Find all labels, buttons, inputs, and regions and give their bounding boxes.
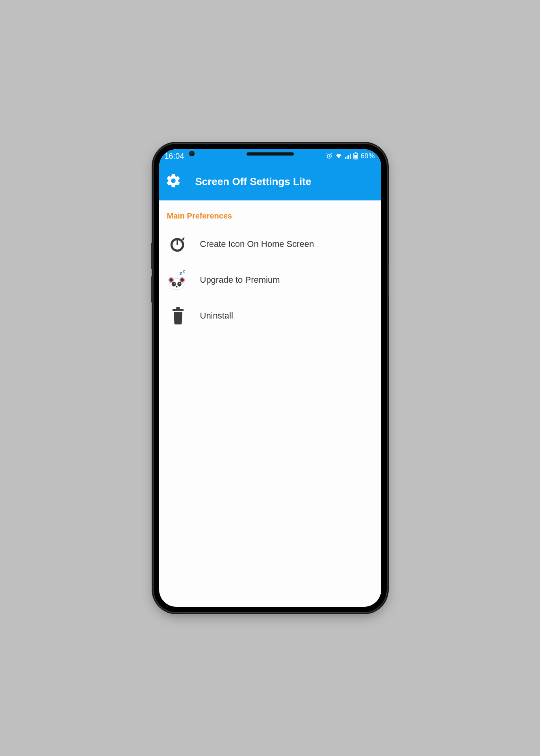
svg-rect-23 [176,307,180,309]
svg-point-20 [179,283,180,284]
item-uninstall[interactable]: Uninstall [159,299,381,332]
svg-rect-9 [176,239,178,245]
svg-rect-6 [355,152,356,153]
item-upgrade-premium[interactable]: z z [159,261,381,299]
sleeping-panda-icon: z z [167,269,189,291]
content-area: Main Preferences Create Icon On Home Scr… [159,200,381,607]
earpiece [247,152,294,156]
svg-rect-22 [172,309,183,311]
alarm-icon [326,152,333,159]
battery-percentage: 69% [360,152,375,160]
power-button [387,262,389,297]
svg-rect-4 [350,154,351,159]
battery-icon [353,152,358,159]
svg-text:z: z [179,270,182,276]
status-time: 16:04 [165,152,184,161]
svg-rect-7 [354,155,357,159]
signal-icon [345,153,351,159]
volume-up-button [151,242,154,270]
trash-icon [167,307,189,324]
svg-point-21 [175,286,177,288]
item-label: Uninstall [200,311,233,321]
wifi-icon [335,152,342,159]
section-title: Main Preferences [159,200,381,228]
volume-down-button [151,276,154,303]
item-label: Create Icon On Home Screen [200,239,314,249]
screenshot-stage: 16:04 [88,108,452,648]
power-shortcut-icon [167,235,189,253]
item-label: Upgrade to Premium [200,275,280,285]
front-camera [189,151,195,156]
svg-rect-3 [348,155,349,159]
app-title: Screen Off Settings Lite [195,176,312,188]
svg-point-16 [180,278,184,282]
svg-rect-1 [345,157,346,159]
status-icons: 69% [326,152,375,160]
svg-rect-2 [347,156,348,159]
svg-point-15 [169,278,173,282]
phone-screen: 16:04 [159,149,381,607]
svg-text:z: z [183,269,185,273]
item-create-icon[interactable]: Create Icon On Home Screen [159,228,381,261]
svg-point-19 [174,283,175,284]
gear-icon [165,173,181,190]
app-bar: Screen Off Settings Lite [159,163,381,200]
phone-frame: 16:04 [154,144,387,612]
